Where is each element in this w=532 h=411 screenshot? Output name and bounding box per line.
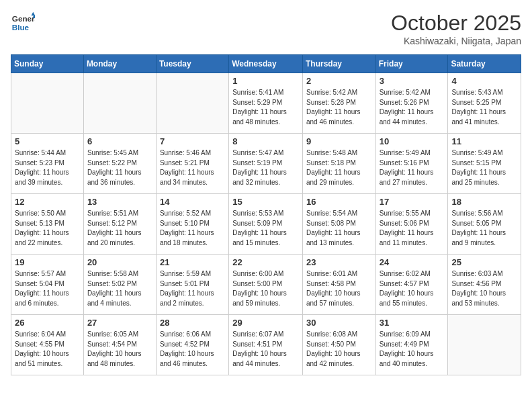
day-number: 1 xyxy=(232,76,299,86)
day-number: 4 xyxy=(451,76,517,86)
calendar-cell: 27Sunrise: 6:05 AM Sunset: 4:54 PM Dayli… xyxy=(83,315,156,375)
day-number: 29 xyxy=(232,318,299,328)
day-number: 13 xyxy=(87,197,152,207)
calendar-cell: 23Sunrise: 6:01 AM Sunset: 4:58 PM Dayli… xyxy=(302,255,375,315)
day-number: 16 xyxy=(306,197,372,207)
calendar-week-row: 19Sunrise: 5:57 AM Sunset: 5:04 PM Dayli… xyxy=(11,255,521,315)
calendar-cell: 16Sunrise: 5:54 AM Sunset: 5:08 PM Dayli… xyxy=(302,194,375,255)
day-number: 20 xyxy=(87,257,152,267)
day-number: 11 xyxy=(451,136,517,146)
calendar-cell: 4Sunrise: 5:43 AM Sunset: 5:25 PM Daylig… xyxy=(448,73,521,134)
day-number: 3 xyxy=(380,76,445,86)
day-info: Sunrise: 6:01 AM Sunset: 4:58 PM Dayligh… xyxy=(306,269,372,308)
weekday-header: Friday xyxy=(375,55,448,73)
calendar-cell: 13Sunrise: 5:51 AM Sunset: 5:12 PM Dayli… xyxy=(83,194,156,255)
day-info: Sunrise: 6:08 AM Sunset: 4:50 PM Dayligh… xyxy=(306,330,372,369)
day-number: 7 xyxy=(160,136,225,146)
day-number: 12 xyxy=(15,197,80,207)
day-info: Sunrise: 5:45 AM Sunset: 5:22 PM Dayligh… xyxy=(87,148,152,187)
day-info: Sunrise: 5:51 AM Sunset: 5:12 PM Dayligh… xyxy=(87,209,152,248)
day-info: Sunrise: 5:49 AM Sunset: 5:16 PM Dayligh… xyxy=(380,148,445,187)
calendar-week-row: 26Sunrise: 6:04 AM Sunset: 4:55 PM Dayli… xyxy=(11,315,521,375)
svg-text:Blue: Blue xyxy=(12,23,30,32)
day-info: Sunrise: 5:59 AM Sunset: 5:01 PM Dayligh… xyxy=(160,269,225,308)
calendar-cell: 19Sunrise: 5:57 AM Sunset: 5:04 PM Dayli… xyxy=(11,255,84,315)
weekday-header: Saturday xyxy=(448,55,521,73)
day-number: 28 xyxy=(160,318,225,328)
day-number: 25 xyxy=(451,257,517,267)
weekday-header: Thursday xyxy=(302,55,375,73)
day-info: Sunrise: 6:00 AM Sunset: 5:00 PM Dayligh… xyxy=(232,269,299,308)
calendar-cell: 7Sunrise: 5:46 AM Sunset: 5:21 PM Daylig… xyxy=(156,134,228,194)
day-info: Sunrise: 6:06 AM Sunset: 4:52 PM Dayligh… xyxy=(160,330,225,369)
day-info: Sunrise: 5:56 AM Sunset: 5:05 PM Dayligh… xyxy=(451,209,517,248)
title-block: October 2025 Kashiwazaki, Niigata, Japan xyxy=(391,11,521,46)
calendar-cell: 30Sunrise: 6:08 AM Sunset: 4:50 PM Dayli… xyxy=(302,315,375,375)
day-number: 8 xyxy=(232,136,299,146)
day-number: 22 xyxy=(232,257,299,267)
day-number: 31 xyxy=(380,318,445,328)
day-number: 5 xyxy=(15,136,80,146)
page-header: General Blue October 2025 Kashiwazaki, N… xyxy=(11,11,521,46)
day-info: Sunrise: 5:42 AM Sunset: 5:26 PM Dayligh… xyxy=(380,88,445,127)
day-number: 26 xyxy=(15,318,80,328)
day-info: Sunrise: 6:05 AM Sunset: 4:54 PM Dayligh… xyxy=(87,330,152,369)
day-number: 2 xyxy=(306,76,372,86)
day-number: 30 xyxy=(306,318,372,328)
calendar-cell: 15Sunrise: 5:53 AM Sunset: 5:09 PM Dayli… xyxy=(229,194,303,255)
day-info: Sunrise: 5:54 AM Sunset: 5:08 PM Dayligh… xyxy=(306,209,372,248)
calendar-cell: 22Sunrise: 6:00 AM Sunset: 5:00 PM Dayli… xyxy=(229,255,303,315)
calendar-cell xyxy=(156,73,228,134)
day-number: 21 xyxy=(160,257,225,267)
day-info: Sunrise: 6:07 AM Sunset: 4:51 PM Dayligh… xyxy=(232,330,299,369)
day-info: Sunrise: 5:55 AM Sunset: 5:06 PM Dayligh… xyxy=(380,209,445,248)
day-number: 6 xyxy=(87,136,152,146)
day-info: Sunrise: 6:09 AM Sunset: 4:49 PM Dayligh… xyxy=(380,330,445,369)
calendar-cell: 5Sunrise: 5:44 AM Sunset: 5:23 PM Daylig… xyxy=(11,134,84,194)
calendar-cell: 28Sunrise: 6:06 AM Sunset: 4:52 PM Dayli… xyxy=(156,315,228,375)
calendar-cell: 31Sunrise: 6:09 AM Sunset: 4:49 PM Dayli… xyxy=(375,315,448,375)
calendar-cell xyxy=(448,315,521,375)
day-info: Sunrise: 6:04 AM Sunset: 4:55 PM Dayligh… xyxy=(15,330,80,369)
calendar-cell: 24Sunrise: 6:02 AM Sunset: 4:57 PM Dayli… xyxy=(375,255,448,315)
day-info: Sunrise: 5:47 AM Sunset: 5:19 PM Dayligh… xyxy=(232,148,299,187)
day-number: 9 xyxy=(306,136,372,146)
day-info: Sunrise: 5:52 AM Sunset: 5:10 PM Dayligh… xyxy=(160,209,225,248)
calendar-cell: 29Sunrise: 6:07 AM Sunset: 4:51 PM Dayli… xyxy=(229,315,303,375)
day-info: Sunrise: 5:49 AM Sunset: 5:15 PM Dayligh… xyxy=(451,148,517,187)
calendar-cell: 12Sunrise: 5:50 AM Sunset: 5:13 PM Dayli… xyxy=(11,194,84,255)
calendar-cell: 9Sunrise: 5:48 AM Sunset: 5:18 PM Daylig… xyxy=(302,134,375,194)
day-number: 17 xyxy=(380,197,445,207)
day-info: Sunrise: 5:46 AM Sunset: 5:21 PM Dayligh… xyxy=(160,148,225,187)
day-info: Sunrise: 6:03 AM Sunset: 4:56 PM Dayligh… xyxy=(451,269,517,308)
calendar-week-row: 5Sunrise: 5:44 AM Sunset: 5:23 PM Daylig… xyxy=(11,134,521,194)
day-info: Sunrise: 5:44 AM Sunset: 5:23 PM Dayligh… xyxy=(15,148,80,187)
calendar-cell: 8Sunrise: 5:47 AM Sunset: 5:19 PM Daylig… xyxy=(229,134,303,194)
weekday-header: Tuesday xyxy=(156,55,228,73)
weekday-header: Wednesday xyxy=(229,55,303,73)
day-info: Sunrise: 5:53 AM Sunset: 5:09 PM Dayligh… xyxy=(232,209,299,248)
day-number: 19 xyxy=(15,257,80,267)
day-number: 23 xyxy=(306,257,372,267)
day-info: Sunrise: 5:50 AM Sunset: 5:13 PM Dayligh… xyxy=(15,209,80,248)
calendar-cell xyxy=(83,73,156,134)
day-info: Sunrise: 5:43 AM Sunset: 5:25 PM Dayligh… xyxy=(451,88,517,127)
day-info: Sunrise: 6:02 AM Sunset: 4:57 PM Dayligh… xyxy=(380,269,445,308)
weekday-header: Sunday xyxy=(11,55,84,73)
calendar-cell: 26Sunrise: 6:04 AM Sunset: 4:55 PM Dayli… xyxy=(11,315,84,375)
calendar-cell: 6Sunrise: 5:45 AM Sunset: 5:22 PM Daylig… xyxy=(83,134,156,194)
calendar-cell: 18Sunrise: 5:56 AM Sunset: 5:05 PM Dayli… xyxy=(448,194,521,255)
day-info: Sunrise: 5:58 AM Sunset: 5:02 PM Dayligh… xyxy=(87,269,152,308)
calendar-table: SundayMondayTuesdayWednesdayThursdayFrid… xyxy=(11,54,521,375)
day-info: Sunrise: 5:48 AM Sunset: 5:18 PM Dayligh… xyxy=(306,148,372,187)
calendar-cell: 10Sunrise: 5:49 AM Sunset: 5:16 PM Dayli… xyxy=(375,134,448,194)
logo-icon: General Blue xyxy=(11,11,35,35)
day-number: 15 xyxy=(232,197,299,207)
day-number: 27 xyxy=(87,318,152,328)
calendar-cell: 17Sunrise: 5:55 AM Sunset: 5:06 PM Dayli… xyxy=(375,194,448,255)
calendar-cell: 25Sunrise: 6:03 AM Sunset: 4:56 PM Dayli… xyxy=(448,255,521,315)
weekday-header: Monday xyxy=(83,55,156,73)
weekday-header-row: SundayMondayTuesdayWednesdayThursdayFrid… xyxy=(11,55,521,73)
location: Kashiwazaki, Niigata, Japan xyxy=(391,36,521,46)
calendar-cell: 20Sunrise: 5:58 AM Sunset: 5:02 PM Dayli… xyxy=(83,255,156,315)
